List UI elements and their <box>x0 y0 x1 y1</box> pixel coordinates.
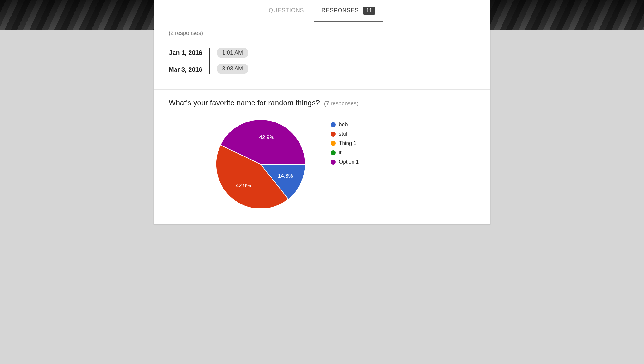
legend-swatch <box>331 132 336 136</box>
legend-label: stuff <box>339 131 349 137</box>
legend-item[interactable]: it <box>331 150 359 156</box>
legend-label: Thing 1 <box>339 140 357 146</box>
tab-responses[interactable]: RESPONSES 11 <box>320 0 377 22</box>
tabs-bar: QUESTIONS RESPONSES 11 <box>154 0 490 21</box>
pie-chart[interactable]: 14.3%42.9%42.9% <box>215 119 306 209</box>
pie-legend: bobstuffThing 1itOption 1 <box>331 119 359 165</box>
chart-container: 14.3%42.9%42.9% bobstuffThing 1itOption … <box>169 113 475 209</box>
responses-card: QUESTIONS RESPONSES 11 (2 responses) Jan… <box>154 0 490 224</box>
legend-label: bob <box>339 122 348 128</box>
tab-responses-label: RESPONSES <box>321 7 358 14</box>
question-title: What's your favorite name for random thi… <box>169 98 320 107</box>
time-column: 1:01 AM 3:03 AM <box>210 48 248 74</box>
question-response-count: (7 responses) <box>324 100 358 107</box>
tab-questions-label: QUESTIONS <box>269 7 304 14</box>
legend-swatch <box>331 141 336 146</box>
responses-count-badge: 11 <box>363 7 375 15</box>
legend-item[interactable]: Option 1 <box>331 159 359 165</box>
pie-slice-label: 42.9% <box>236 183 251 189</box>
legend-swatch <box>331 160 336 165</box>
legend-item[interactable]: bob <box>331 122 359 128</box>
date-time-list: Jan 1, 2016 Mar 3, 2016 1:01 AM 3:03 AM <box>169 48 475 74</box>
date-value: Mar 3, 2016 <box>169 65 202 74</box>
date-column: Jan 1, 2016 Mar 3, 2016 <box>169 48 210 74</box>
pie-chart-section: What's your favorite name for random thi… <box>154 89 490 224</box>
date-value: Jan 1, 2016 <box>169 48 202 58</box>
legend-label: Option 1 <box>339 159 359 165</box>
time-chip[interactable]: 3:03 AM <box>217 64 248 74</box>
legend-item[interactable]: stuff <box>331 131 359 137</box>
time-chip[interactable]: 1:01 AM <box>217 48 248 58</box>
date-time-response-count: (2 responses) <box>169 30 475 36</box>
date-time-section: (2 responses) Jan 1, 2016 Mar 3, 2016 1:… <box>154 21 490 89</box>
question-header: What's your favorite name for random thi… <box>169 98 475 107</box>
pie-slice-label: 14.3% <box>278 173 293 179</box>
legend-item[interactable]: Thing 1 <box>331 140 359 146</box>
legend-label: it <box>339 150 342 156</box>
tab-questions[interactable]: QUESTIONS <box>267 0 305 21</box>
pie-slice-label: 42.9% <box>259 134 274 141</box>
legend-swatch <box>331 122 336 127</box>
legend-swatch <box>331 150 336 155</box>
